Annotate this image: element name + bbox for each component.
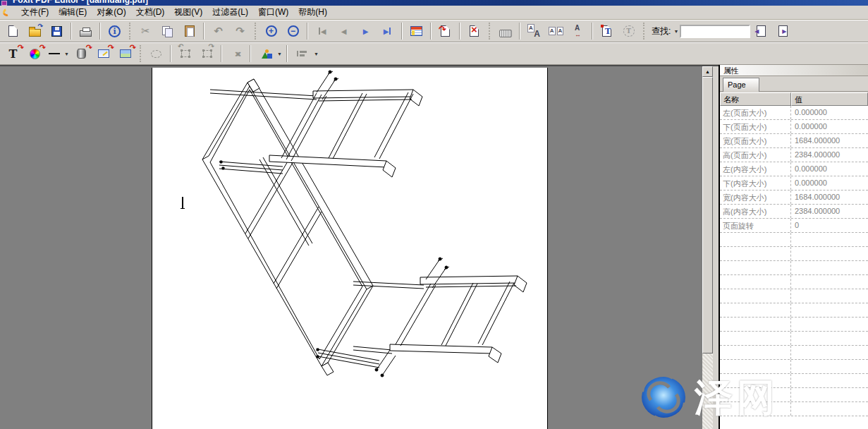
page-layout-button[interactable] [407,22,426,40]
scroll-up-button[interactable]: ▲ [702,66,713,77]
column-header-value: 值 [791,92,868,106]
cut-button[interactable]: ✂ [136,22,155,40]
grid-header: 名称 值 [720,92,868,106]
align-button[interactable] [292,44,311,63]
toolbar-grip[interactable] [255,23,257,40]
shading-icon [77,49,86,59]
font-pair-button[interactable]: AA [546,22,566,40]
delete-page-button[interactable]: × [465,22,484,40]
property-row[interactable]: 高(内容大小)2384.000000 [720,205,868,219]
letter-spacing-button[interactable]: A↔ [568,22,587,40]
chevron-down-icon: ▼ [64,52,69,56]
add-text-button[interactable]: T↷ [4,44,23,63]
undo-button[interactable]: ↶ [209,22,228,40]
text-circle-button[interactable]: T [619,22,638,40]
properties-panel: 属性 Page 名称 值 左(页面大小)0.000000 下(页面大小)0.00… [719,65,868,429]
new-document-icon [8,25,18,37]
keyboard-button[interactable] [496,22,515,40]
property-row[interactable]: 左(内容大小)0.000000 [720,162,868,176]
menu-document[interactable]: 文档(D) [131,5,170,20]
transform-prev-button[interactable]: ↶ [176,44,195,63]
transform-next-button[interactable]: ↷ [197,44,216,63]
font-size-button[interactable]: AA [525,22,544,40]
toolbar-grip[interactable] [140,45,142,62]
paste-button[interactable] [180,22,199,40]
property-row[interactable]: 宽(页面大小)1684.000000 [720,134,868,148]
shapes-dropdown[interactable]: ▼ [276,46,283,61]
property-grid: 名称 值 左(页面大小)0.000000 下(页面大小)0.000000 宽(页… [720,92,868,429]
line-style-dropdown[interactable]: ▼ [63,46,71,61]
text-circle-icon: T [623,25,635,37]
panel-splitter[interactable] [713,65,719,429]
property-row[interactable]: 高(页面大小)2384.000000 [720,148,868,162]
find-next-button[interactable]: ▶ [774,22,793,40]
insert-text-button[interactable]: T [597,22,616,40]
paste-icon [185,25,195,37]
edit-image-button[interactable]: ↷ [94,44,113,63]
add-shading-button[interactable]: ↷ [72,44,91,63]
print-button[interactable] [76,22,95,40]
shapes-button[interactable] [255,44,274,63]
menu-file[interactable]: 文件(F) [16,5,54,20]
zoom-out-icon: − [288,25,299,37]
add-color-button[interactable]: ↷ [25,44,44,63]
vertical-scrollbar[interactable]: ▲ [702,65,713,429]
prev-page-button[interactable]: ◀ [334,22,353,40]
new-document-button[interactable] [4,22,23,40]
find-prev-button[interactable]: ◀ [752,22,771,40]
add-image-button[interactable]: ↷ [116,44,135,63]
panel-title: 属性 [720,65,868,76]
menu-edit[interactable]: 编辑(E) [54,5,92,20]
canvas-area[interactable] [0,65,702,429]
redo-icon: ↷ [236,25,245,37]
menu-window[interactable]: 窗口(W) [253,5,293,20]
window-title: Foxit PDF Editor - [danhuang.pdf] [13,0,148,5]
zoom-in-button[interactable]: + [262,22,281,40]
wireframe-drawing [152,68,548,429]
last-page-icon: ▶ [384,28,392,35]
save-button[interactable] [47,22,66,40]
toolbar-grip[interactable] [129,23,131,40]
last-page-button[interactable]: ▶ [378,22,397,40]
property-row[interactable]: 下(内容大小)0.000000 [720,176,868,191]
toolbar-grip[interactable] [489,23,491,40]
align-dropdown[interactable]: ▼ [312,46,320,61]
zoom-out-button[interactable]: − [283,22,302,40]
menu-filter[interactable]: 过滤器(L) [207,5,253,20]
find-dropdown-button[interactable]: ▼ [672,23,680,39]
redo-button[interactable]: ↷ [231,22,250,40]
scrollbar-thumb[interactable] [702,77,713,354]
property-row[interactable]: 宽(内容大小)1684.000000 [720,191,868,205]
page-layout-icon [410,26,422,36]
rotate-page-button[interactable]: ↷ [436,22,455,40]
find-input[interactable] [680,25,750,38]
property-row[interactable]: 下(页面大小)0.000000 [720,120,868,134]
property-row[interactable]: 左(页面大小)0.000000 [720,106,868,120]
document-page[interactable] [152,68,548,429]
chevron-down-icon: ▼ [277,52,282,56]
copy-icon [162,26,173,37]
open-button[interactable]: ↷ [25,22,44,40]
next-page-button[interactable]: ▶ [356,22,375,40]
menu-help[interactable]: 帮助(H) [293,5,332,20]
menu-object[interactable]: 对象(O) [92,5,130,20]
toolbar-main: ↷ i ✂ ↶ ↷ + − ◀ ◀ ▶ ▶ ↷ × AA AA A↔ T T 查… [0,20,868,42]
prev-page-icon: ◀ [341,28,347,35]
document-menu-icon[interactable] [1,7,12,18]
tab-page[interactable]: Page [723,78,759,92]
about-button[interactable]: i [105,22,124,40]
open-folder-icon [29,29,41,37]
toolbar-grip[interactable] [643,23,645,40]
property-row[interactable]: 页面旋转0 [720,219,868,233]
line-style-button[interactable] [47,44,61,63]
menu-view[interactable]: 视图(V) [169,5,207,20]
open-arrow-icon: ↷ [37,23,43,30]
column-header-name: 名称 [720,92,791,106]
delete-object-button[interactable]: ×× [226,44,245,63]
first-page-button[interactable]: ◀ [312,22,331,40]
lasso-button[interactable] [147,44,166,63]
copy-button[interactable] [158,22,177,40]
print-icon [80,30,92,37]
chevron-down-icon: ▼ [673,29,678,34]
save-icon [51,26,62,37]
